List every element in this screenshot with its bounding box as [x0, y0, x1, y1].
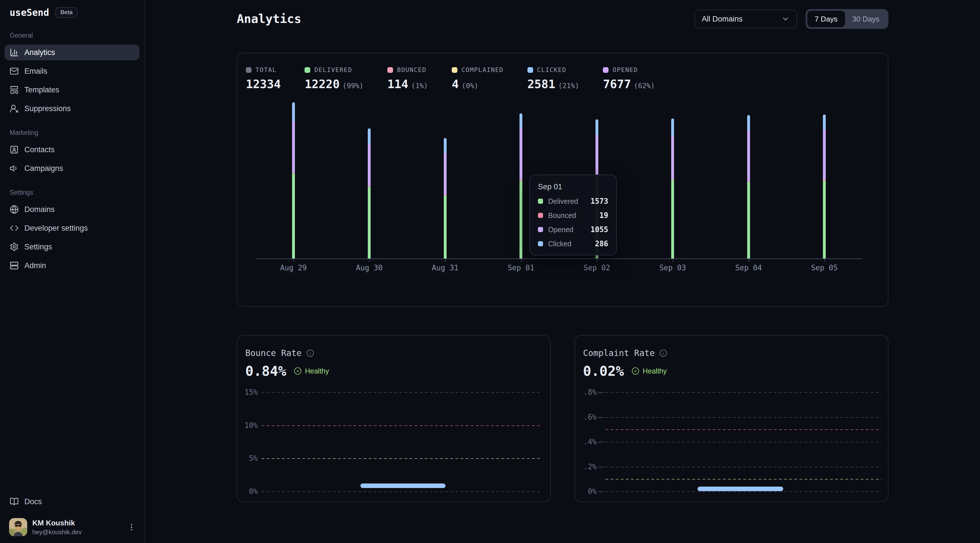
stat-value: 12334 [246, 77, 281, 91]
y-axis-label: 15% [237, 387, 258, 397]
sidebar-item-admin[interactable]: Admin [5, 257, 140, 273]
sidebar-item-templates[interactable]: Templates [5, 82, 140, 98]
tooltip-dot [538, 198, 543, 204]
y-axis-tick [598, 467, 604, 467]
main-area: Analytics All Domains 7 Days 30 Days TOT… [145, 0, 980, 543]
bar-segment-delivered [368, 187, 371, 259]
bar-segment-clicked [595, 119, 598, 135]
domain-filter-select[interactable]: All Domains [694, 10, 797, 29]
y-axis-label: .4% [575, 437, 597, 447]
user-email: hey@koushik.dev [32, 529, 82, 536]
stat-percent: (1%) [411, 82, 428, 90]
bar-segment-clicked [292, 102, 295, 121]
health-label: Healthy [305, 367, 329, 375]
stat-label: OPENED [612, 66, 638, 73]
bar-segment-opened [671, 136, 674, 179]
x-axis-tick [445, 259, 446, 262]
stats-row: TOTAL12334DELIVERED12220(99%)BOUNCED114(… [237, 53, 888, 91]
range-30-days[interactable]: 30 Days [845, 11, 887, 27]
stat-dot [246, 67, 251, 73]
sidebar-item-label: Emails [24, 67, 47, 76]
page-title: Analytics [237, 12, 301, 29]
kebab-menu-icon[interactable] [127, 522, 136, 532]
sidebar-item-label: Domains [24, 205, 55, 214]
sidebar-section-label: Marketing [5, 129, 140, 137]
gridline [605, 392, 881, 393]
y-axis-tick [598, 392, 604, 393]
gridline [605, 442, 881, 442]
range-7-days[interactable]: 7 Days [807, 11, 845, 27]
x-axis-line [256, 259, 862, 259]
tooltip-row: Clicked286 [538, 240, 608, 248]
sidebar-item-suppressions[interactable]: Suppressions [5, 101, 140, 116]
sidebar-section-label: General [5, 32, 140, 40]
sidebar-item-settings[interactable]: Settings [5, 239, 140, 255]
bar-segment-opened [823, 129, 826, 180]
bar-sep-01[interactable] [520, 113, 522, 259]
x-axis-tick [673, 259, 673, 262]
sidebar-item-docs[interactable]: Docs [5, 494, 140, 510]
sidebar-item-domains[interactable]: Domains [5, 202, 140, 218]
bar-segment-delivered [292, 173, 295, 259]
bar-segment-delivered [671, 180, 674, 259]
bar-segment-delivered [747, 182, 750, 259]
sidebar-item-label: Campaigns [24, 164, 63, 173]
sidebar-item-developer-settings[interactable]: Developer settings [5, 220, 140, 236]
gridline [605, 417, 881, 418]
stat-label: CLICKED [537, 66, 566, 73]
threshold-line [605, 479, 881, 479]
globe-icon [10, 205, 19, 214]
avatar [9, 518, 27, 536]
stat-label: TOTAL [256, 66, 277, 73]
stat-delivered: DELIVERED12220(99%) [305, 66, 363, 91]
sidebar-item-emails[interactable]: Emails [5, 63, 140, 79]
complaint-rate-card: Complaint Rate0.02%Healthy.8%.6%.4%.2%0% [574, 335, 888, 502]
sidebar-item-label: Docs [24, 497, 42, 506]
sidebar-item-label: Admin [24, 261, 46, 270]
stat-value: 114 [387, 77, 408, 91]
stat-value: 12220 [305, 77, 339, 91]
user-name: KM Koushik [32, 519, 82, 527]
sidebar-item-campaigns[interactable]: Campaigns [5, 160, 140, 176]
info-icon[interactable] [306, 349, 314, 357]
range-toggle: 7 Days 30 Days [806, 9, 888, 29]
y-axis-label: 0% [575, 486, 597, 497]
bar-segment-clicked [368, 129, 371, 144]
bar-aug-31[interactable] [444, 138, 447, 259]
threshold-line [605, 429, 881, 430]
tooltip-label: Delivered [548, 197, 578, 205]
sidebar-item-analytics[interactable]: Analytics [5, 44, 140, 60]
sidebar-section-label: Settings [5, 189, 140, 196]
bar-aug-30[interactable] [368, 129, 371, 259]
bounce-rate-card: Bounce Rate0.84%Healthy15%10%5%0% [237, 335, 551, 502]
bar-sep-04[interactable] [747, 115, 750, 259]
stat-opened: OPENED7677(62%) [603, 66, 655, 91]
user-row[interactable]: KM Koushik hey@koushik.dev [5, 518, 140, 536]
sidebar-item-label: Contacts [24, 145, 55, 154]
bar-aug-29[interactable] [292, 102, 295, 259]
tooltip-row: Bounced19 [538, 211, 608, 220]
stat-label: DELIVERED [314, 66, 352, 73]
x-axis-label: Aug 30 [344, 264, 395, 272]
server-icon [10, 261, 19, 270]
user-x-icon [10, 104, 19, 113]
stat-value: 7677 [603, 77, 631, 91]
tooltip-dot [538, 241, 543, 246]
email-activity-card: TOTAL12334DELIVERED12220(99%)BOUNCED114(… [237, 53, 888, 306]
stat-label: BOUNCED [397, 66, 426, 73]
bar-segment-opened [520, 127, 522, 180]
stat-value: 2581 [527, 77, 555, 91]
stat-value: 4 [452, 77, 459, 91]
tooltip-value: 286 [595, 240, 608, 248]
y-axis-tick [598, 491, 604, 492]
y-axis-tick [598, 442, 604, 442]
bar-sep-05[interactable] [823, 114, 826, 259]
sidebar-item-contacts[interactable]: Contacts [5, 142, 140, 157]
info-icon[interactable] [659, 349, 667, 357]
bar-sep-03[interactable] [671, 119, 674, 259]
app-logo: useSend [10, 7, 49, 18]
bar-segment-opened [368, 144, 371, 186]
rate-line-segment [698, 487, 783, 491]
x-axis-tick [369, 259, 370, 262]
sidebar-item-label: Analytics [24, 48, 55, 57]
